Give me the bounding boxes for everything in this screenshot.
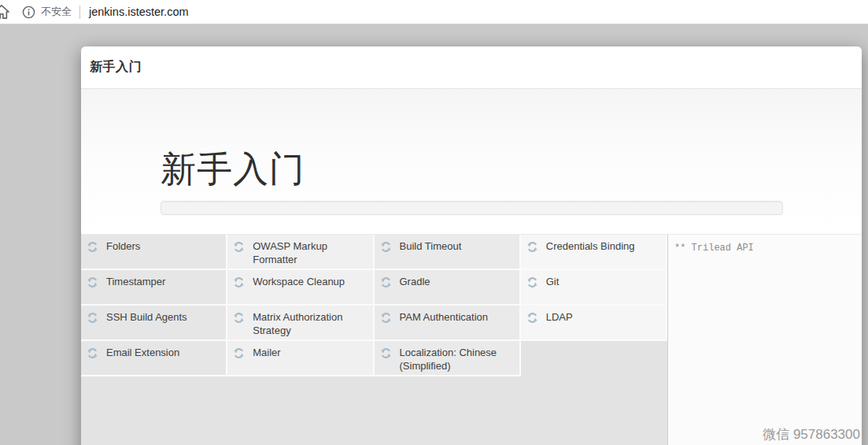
installing-spinner-icon <box>380 347 392 359</box>
plugin-label: Folders <box>106 240 140 254</box>
installing-spinner-icon <box>526 241 538 253</box>
installing-spinner-icon <box>233 276 245 288</box>
modal-header: 新手入门 <box>81 46 862 89</box>
plugin-label: Build Timeout <box>400 240 462 254</box>
plugin-cell: Workspace Cleanup <box>227 270 374 306</box>
plugin-cell: Folders <box>81 235 227 270</box>
plugin-label: Git <box>546 276 560 289</box>
plugin-label: Credentials Binding <box>546 240 635 254</box>
plugin-label: Email Extension <box>106 347 179 360</box>
hero-title: 新手入门 <box>161 146 305 193</box>
installing-spinner-icon <box>380 241 392 253</box>
installing-spinner-icon <box>526 276 538 288</box>
install-console[interactable]: ** Trilead API <box>667 235 862 445</box>
plugin-cell: Timestamper <box>81 270 227 306</box>
plugin-cell: Mailer <box>227 341 374 376</box>
plugin-label: Workspace Cleanup <box>253 276 345 289</box>
plugin-label: Mailer <box>253 347 280 360</box>
plugin-label: Matrix Authorization Strategy <box>253 311 368 337</box>
installing-spinner-icon <box>87 241 98 253</box>
watermark-text: 微信 957863300 <box>763 425 860 443</box>
plugin-cell: Gradle <box>375 270 521 306</box>
installing-spinner-icon <box>87 312 98 324</box>
plugin-label: Timestamper <box>106 276 165 289</box>
installing-spinner-icon <box>526 312 538 324</box>
plugin-cell: Matrix Authorization Strategy <box>227 306 374 341</box>
plugin-cell: Git <box>521 270 667 306</box>
plugin-label: LDAP <box>546 311 573 324</box>
plugin-cell: Build Timeout <box>375 235 521 270</box>
plugin-cell: Email Extension <box>81 341 227 376</box>
installing-spinner-icon <box>233 241 245 253</box>
getting-started-hero: 新手入门 <box>81 89 862 234</box>
plugin-cell: OWASP Markup Formatter <box>227 235 374 270</box>
plugin-cell: Credentials Binding <box>521 235 667 270</box>
browser-address-bar[interactable]: 不安全 jenkins.istester.com <box>0 0 868 24</box>
plugin-label: Gradle <box>400 276 430 289</box>
urlbar-separator <box>79 6 80 19</box>
installing-spinner-icon <box>380 312 392 324</box>
url-text[interactable]: jenkins.istester.com <box>89 6 189 18</box>
home-icon[interactable] <box>0 4 11 20</box>
plugin-grid-panel: Folders OWASP Markup Formatter Build Tim… <box>81 235 667 445</box>
installing-spinner-icon <box>87 347 98 359</box>
plugin-label: OWASP Markup Formatter <box>253 240 368 266</box>
modal-title: 新手入门 <box>90 59 142 76</box>
plugin-label: Localization: Chinese (Simplified) <box>400 347 515 373</box>
plugin-cell: LDAP <box>521 306 667 341</box>
security-label[interactable]: 不安全 <box>41 5 72 19</box>
install-panel: Folders OWASP Markup Formatter Build Tim… <box>81 234 862 445</box>
plugin-label: PAM Authentication <box>400 311 489 324</box>
installing-spinner-icon <box>233 312 245 324</box>
setup-wizard-modal: 新手入门 新手入门 Folders OWASP Markup Formatter <box>81 46 862 445</box>
plugin-grid: Folders OWASP Markup Formatter Build Tim… <box>81 235 667 376</box>
installing-spinner-icon <box>233 347 245 359</box>
info-icon[interactable] <box>22 6 35 19</box>
console-line: ** Trilead API <box>674 243 855 254</box>
install-progress-bar <box>161 201 783 215</box>
plugin-label: SSH Build Agents <box>106 311 187 324</box>
installing-spinner-icon <box>87 276 98 288</box>
plugin-cell: PAM Authentication <box>375 306 521 341</box>
plugin-cell: Localization: Chinese (Simplified) <box>375 341 521 376</box>
installing-spinner-icon <box>380 276 392 288</box>
plugin-cell: SSH Build Agents <box>81 306 227 341</box>
